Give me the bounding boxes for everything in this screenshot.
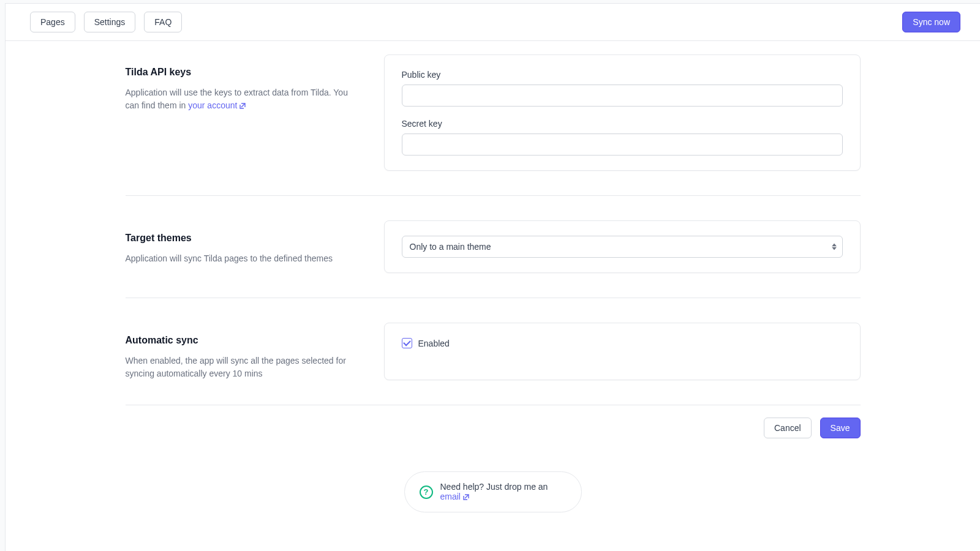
theme-select-wrap: Only to a main theme <box>402 236 843 258</box>
topbar: Pages Settings FAQ Sync now <box>6 4 980 41</box>
save-button[interactable]: Save <box>820 418 861 438</box>
app-container: Pages Settings FAQ Sync now Tilda API ke… <box>5 3 980 551</box>
email-link[interactable]: email <box>440 492 469 501</box>
account-link[interactable]: your account <box>188 100 246 110</box>
public-key-label: Public key <box>402 70 843 80</box>
email-link-text: email <box>440 492 461 501</box>
section-title: Automatic sync <box>126 335 349 346</box>
tab-faq[interactable]: FAQ <box>144 12 182 32</box>
enabled-label: Enabled <box>418 339 450 348</box>
section-target-themes: Target themes Application will sync Tild… <box>126 196 861 298</box>
section-description: When enabled, the app will sync all the … <box>126 354 349 380</box>
section-automatic-sync: Automatic sync When enabled, the app wil… <box>126 298 861 405</box>
target-themes-card: Only to a main theme <box>384 220 861 273</box>
public-key-field: Public key <box>402 70 843 107</box>
public-key-input[interactable] <box>402 84 843 107</box>
tab-group: Pages Settings FAQ <box>30 12 182 32</box>
section-title: Tilda API keys <box>126 67 349 78</box>
help-banner: ? Need help? Just drop me an email <box>404 471 582 512</box>
sync-now-button[interactable]: Sync now <box>902 12 960 32</box>
section-api-keys: Tilda API keys Application will use the … <box>126 41 861 196</box>
external-link-icon <box>463 492 469 502</box>
secret-key-label: Secret key <box>402 119 843 129</box>
tab-settings[interactable]: Settings <box>84 12 136 32</box>
form-actions: Cancel Save <box>126 405 861 460</box>
content-area: Tilda API keys Application will use the … <box>101 41 885 512</box>
enabled-row: Enabled <box>402 338 843 348</box>
automatic-sync-card: Enabled <box>384 323 861 380</box>
external-link-icon <box>239 100 246 113</box>
enabled-checkbox[interactable] <box>402 338 412 348</box>
help-icon: ? <box>420 485 433 499</box>
cancel-button[interactable]: Cancel <box>764 418 812 438</box>
section-description: Application will sync Tilda pages to the… <box>126 252 349 265</box>
section-description: Application will use the keys to extract… <box>126 86 349 113</box>
account-link-text: your account <box>188 100 237 110</box>
section-header: Automatic sync When enabled, the app wil… <box>126 323 349 380</box>
section-title: Target themes <box>126 233 349 244</box>
tab-pages[interactable]: Pages <box>30 12 75 32</box>
section-header: Tilda API keys Application will use the … <box>126 54 349 171</box>
secret-key-field: Secret key <box>402 119 843 156</box>
help-text-before: Need help? Just drop me an <box>440 482 548 492</box>
help-text: Need help? Just drop me an email <box>440 482 567 502</box>
api-keys-card: Public key Secret key <box>384 54 861 171</box>
section-header: Target themes Application will sync Tild… <box>126 220 349 273</box>
secret-key-input[interactable] <box>402 133 843 156</box>
theme-select[interactable]: Only to a main theme <box>402 236 843 258</box>
